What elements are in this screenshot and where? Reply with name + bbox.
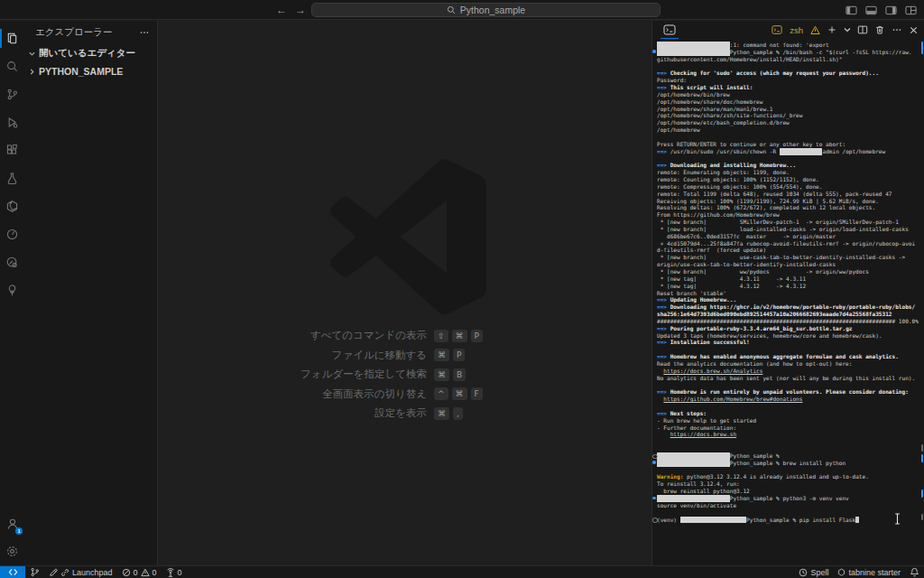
terminal-line: ==> Pouring portable-ruby-3.3.4.arm64_bi… [652,325,921,332]
terminal-line: /opt/homebrew/etc/bash_completion.d/brew [652,119,921,126]
terminal-line: Receiving objects: 100% (1199/1199), 724… [652,198,921,205]
keycap: ⌘ [434,407,449,420]
split-terminal-icon[interactable] [857,24,868,35]
terminal-line: githubusercontent.com/Homebrew/install/H… [652,56,921,63]
activity-bar: 1 [0,21,24,565]
notifications-bell-item[interactable] [905,566,924,578]
settings-gear-icon[interactable] [0,537,24,565]
keycap: ⌘ [434,368,449,381]
keycap: B [453,368,466,381]
terminal-link[interactable]: https://docs.brew.sh/Analytics [663,368,762,374]
customize-layout-icon[interactable] [905,5,917,16]
terminal-link[interactable]: https://github.com/Homebrew/brew#donatio… [663,396,802,402]
spell-status-item[interactable]: Spell [794,566,833,578]
terminal-line: * [new branch] ww/pydocs -> origin/ww/py… [652,268,921,275]
terminal-link[interactable]: https://docs.brew.sh [670,431,736,437]
terminal-line: origin/use-cask-tab-to-better-identify-i… [652,261,921,268]
redacted-block [657,49,730,56]
terminal-line: /opt/homebrew/share/zsh/site-functions/_… [652,112,921,119]
source-control-view-icon[interactable] [0,80,24,108]
open-editors-section[interactable]: 開いているエディター [24,44,157,62]
terminal-line: Python_sample % /bin/bash -c "$(curl -fs… [652,49,921,56]
terminal-line: Updated 3 taps (homebrew/services, homeb… [652,332,921,340]
terminal-line: + 4cd15079d4...25f8a847fa rubocop-avoid-… [652,240,921,247]
branch-icon [30,567,40,577]
terminal-line: remote: Counting objects: 100% (1152/115… [652,176,921,183]
terminal-line: Press RETURN/ENTER to continue or any ot… [652,141,921,148]
branch-status-item[interactable] [25,566,44,578]
terminal-line: (venv) Python_sample % pip install Flask [652,517,921,524]
terminal-tab[interactable] [658,21,681,39]
keycap: ⌘ [434,349,449,361]
kill-terminal-trash-icon[interactable] [874,24,885,35]
toggle-sidebar-left-icon[interactable] [845,5,857,16]
terminal-line [652,382,921,389]
terminal-line: ==> Downloading and installing Homebrew.… [652,162,921,169]
panel-more-actions-icon[interactable] [892,24,902,35]
new-terminal-icon[interactable] [827,24,837,35]
terminal-dropdown-chevron-icon[interactable] [844,26,851,33]
toggle-panel-icon[interactable] [865,5,877,16]
terminal-line [652,403,921,410]
terminal-line: ==> Checking for 'sudo' access (which ma… [652,70,921,77]
remote-indicator[interactable] [0,566,25,578]
terminal-line: d686be67c6..0ded3157fc master -> origin/… [652,233,921,240]
terminal-line: https://docs.brew.sh/Analytics [652,368,921,375]
back-button[interactable]: ← [276,3,287,17]
terminal-line: To reinstall 3.12.4, run: [652,480,921,488]
forward-button[interactable]: → [295,3,306,17]
extension-circle-gear-icon[interactable] [0,248,24,276]
vscode-window: { "titlebar": { "search": "Python_sample… [0,0,924,578]
overview-mark [921,489,924,498]
extension-plant-icon[interactable] [0,276,24,304]
terminal-line: * [new branch] load-installed-casks -> o… [652,226,921,233]
launchpad-status-item[interactable]: Launchpad [44,566,117,578]
terminal-line: Read the analytics documentation (and ho… [652,360,921,368]
shortcut-row: 全画面表示の切り替え^⌘F [195,385,547,405]
terminal-output[interactable]: :1: command not found: 'export Python_sa… [652,42,921,565]
shortcut-label: フォルダーを指定して検索 [195,368,427,381]
terminal-line: Python_sample % brew install python [652,460,921,467]
account-badge: 1 [15,527,23,535]
run-debug-view-icon[interactable] [0,108,24,136]
overview-mark [921,42,924,54]
status-bar: Launchpad 0 0 0 Spell tabnine starter [0,565,924,578]
radio-tower-icon [166,568,175,577]
terminal-line: ==> Homebrew has enabled anonymous aggre… [652,353,921,360]
editor-area: すべてのコマンドの表示⇧⌘Pファイルに移動する⌘Pフォルダーを指定して検索⌘B全… [159,21,651,565]
shell-warning-icon [810,25,820,35]
extensions-view-icon[interactable] [0,136,24,164]
extension-hexagon-icon[interactable] [0,192,24,220]
explorer-view-icon[interactable] [0,24,24,52]
terminal-line: - Further documentation: [652,424,921,432]
shell-name-label[interactable]: zsh [790,25,803,35]
terminal-line [652,445,921,452]
terminal-line: * [new branch] use-cask-tab-to-better-id… [652,254,921,261]
ports-status-item[interactable]: 0 [162,566,187,578]
toggle-sidebar-right-icon[interactable] [885,5,897,16]
ports-count: 0 [178,568,182,577]
tabnine-icon [837,568,845,576]
folder-section[interactable]: PYTHON_SAMPLE [24,62,157,80]
extension-clock-icon[interactable] [0,220,24,248]
terminal-line [652,467,921,474]
accounts-icon[interactable]: 1 [0,509,24,537]
remote-icon [8,567,18,577]
bell-icon [910,567,919,577]
rocket-icon [49,568,58,577]
terminal-line: No analytics data has been sent yet (nor… [652,375,921,382]
terminal-line: /opt/homebrew/share/man/man1/brew.1 [652,106,921,113]
testing-view-icon[interactable] [0,164,24,192]
redacted-block [780,148,823,155]
search-view-icon[interactable] [0,52,24,80]
close-panel-icon[interactable] [909,25,919,35]
tabnine-status-item[interactable]: tabnine starter [833,566,905,578]
problems-status-item[interactable]: 0 0 [117,566,162,578]
error-count: 0 [134,568,138,577]
redacted-block [657,460,730,467]
explorer-more-actions-icon[interactable] [139,27,150,38]
terminal-line: /opt/homebrew [652,126,921,134]
command-center-search[interactable]: Python_sample [311,3,661,17]
terminal-line: From https://github.com/Homebrew/brew [652,211,921,219]
keycap: ⌘ [452,330,467,342]
